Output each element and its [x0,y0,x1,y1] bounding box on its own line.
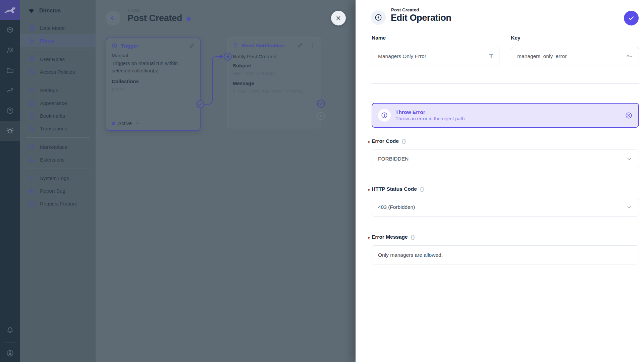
module-bar [0,0,20,362]
braces-icon: {} [402,138,406,144]
users-icon [28,56,35,63]
flow-canvas: Flows Post Created Trigger Manual Trigge… [96,0,356,362]
bolt-icon [28,37,35,44]
module-bar-bottom [0,320,20,362]
bell-icon [6,326,14,334]
flow-status-toggle[interactable]: Active [112,120,140,126]
name-input[interactable]: Managers Only Error T [372,47,499,65]
module-users-button[interactable] [0,40,20,60]
bolt-circle-icon [374,13,382,21]
notifications-button[interactable] [0,320,20,340]
bookmark-icon [28,112,35,119]
sidebar-item-label: Flows [40,38,54,44]
trigger-panel-header: Trigger [106,38,200,51]
face-icon [28,100,35,107]
operation-menu-button[interactable] [310,42,316,49]
tune-icon [28,87,35,94]
module-help-button[interactable] [0,101,20,121]
sidebar-item-flows[interactable]: Flows [20,34,96,47]
nav-sidebar: Directus Data Model Flows User Roles Acc… [20,0,96,362]
kebab-icon [310,42,316,49]
circle-plus-icon [111,43,118,49]
save-button[interactable] [624,11,639,25]
sidebar-item-label: System Logs [40,175,69,181]
chevron-down-icon [626,204,633,210]
banner-text: Throw Error Throw an error in the reject… [395,109,465,121]
http-status-value: 403 (Forbidden) [378,204,415,210]
profile-button[interactable] [0,345,20,362]
module-content-button[interactable] [0,20,20,40]
drawer-title: Edit Operation [391,13,451,23]
module-files-button[interactable] [0,60,20,80]
project-name: Directus [39,8,61,14]
key-input[interactable]: managers_only_error [511,47,639,65]
message-value: A new item has been create… [233,88,315,95]
error-message-value: Only managers are allowed. [378,252,443,258]
required-dot [368,189,370,191]
breadcrumb: Flows [128,8,139,13]
edit-trigger-button[interactable] [189,43,195,49]
name-value: Managers Only Error [378,53,426,59]
sidebar-item-system-logs[interactable]: System Logs [20,172,96,184]
sidebar-item-extensions[interactable]: Extensions [20,153,96,166]
sidebar-item-report-bug[interactable]: Report Bug [20,184,96,197]
rabbit-logo-icon [3,3,17,17]
back-button[interactable] [106,11,120,25]
banner-subtitle: Throw an error in the reject path [395,116,465,121]
status-dot [112,122,115,125]
page-title: Post Created [127,13,182,23]
section-divider [372,83,639,84]
remove-operation-type-button[interactable] [625,112,633,119]
sidebar-item-marketplace[interactable]: Marketplace [20,140,96,153]
sidebar-item-data-model[interactable]: Data Model [20,21,96,34]
help-icon [6,107,14,115]
close-drawer-button[interactable] [331,11,346,25]
module-settings-button[interactable] [0,121,20,141]
title-case-icon: T [489,53,493,60]
bug-icon [28,187,35,194]
status-label: Active [118,120,132,126]
sidebar-item-request-feature[interactable]: Request Feature [20,197,96,210]
drawer-header-icon [371,10,386,25]
chevron-down-icon [135,121,140,126]
operation-type-banner: Throw Error Throw an error in the reject… [372,103,639,128]
http-status-select[interactable]: 403 (Forbidden) [372,198,639,217]
sidebar-item-label: Bookmarks [40,113,65,119]
trigger-panel[interactable]: Trigger Manual Triggers on manual run wi… [106,38,201,131]
feature-icon [28,200,35,207]
error-message-label: Error Message {} [372,234,415,240]
sidebar-item-label: Request Feature [40,201,77,206]
info-icon [378,109,391,122]
sidebar-item-appearance[interactable]: Appearance [20,97,96,109]
operation-panel-body: Notify Post Created Subject New Post Cre… [227,50,321,95]
pencil-icon [189,43,195,49]
nav-divider [26,137,90,138]
database-icon [28,24,35,32]
error-message-input[interactable]: Only managers are allowed. [372,245,639,264]
edit-operation-button[interactable] [297,42,303,49]
storefront-icon [28,143,35,150]
message-label: Message [233,80,315,87]
users-icon [6,46,14,54]
sidebar-item-label: Report Bug [40,188,65,194]
subject-value: New Post Created [233,70,315,77]
connector-arrow-icon [220,55,224,59]
collections-value: posts [112,86,195,93]
collections-label: Collections [112,78,195,85]
name-label: Name [372,35,386,41]
edit-operation-drawer: Post Created Edit Operation Name Manager… [356,0,644,362]
sidebar-item-label: Data Model [40,25,66,31]
sidebar-item-access-policies[interactable]: Access Policies [20,65,96,78]
translate-icon [28,125,35,132]
sidebar-item-label: Appearance [40,100,67,106]
module-insights-button[interactable] [0,80,20,101]
sidebar-item-translations[interactable]: Translations [20,122,96,135]
shield-icon [28,68,35,75]
error-code-select[interactable]: FORBIDDEN [372,149,639,168]
sidebar-item-user-roles[interactable]: User Roles [20,53,96,65]
sidebar-item-bookmarks[interactable]: Bookmarks [20,109,96,122]
directus-logo-button[interactable] [0,0,20,20]
sidebar-item-settings[interactable]: Settings [20,84,96,97]
project-switcher[interactable]: Directus [20,0,96,21]
operation-panel-send-notification[interactable]: Send Notification Notify Post Created Su… [227,38,321,128]
